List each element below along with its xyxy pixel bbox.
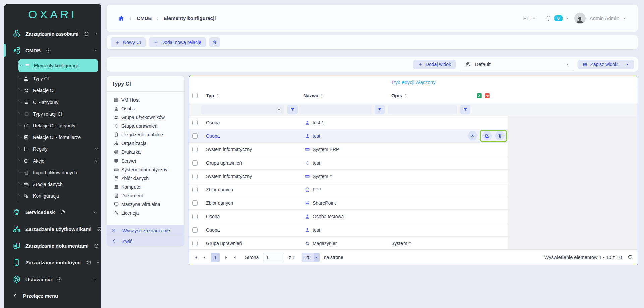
user-name[interactable]: Admin Admin [590, 15, 619, 21]
column-header-opis: Opis [391, 93, 408, 98]
sidebar-section-ustawienia[interactable]: Ustawienia [4, 271, 101, 288]
table-row[interactable]: Osobatest [189, 129, 508, 143]
ci-type-item-serwer[interactable]: Serwer [114, 157, 184, 165]
edit-button[interactable] [482, 131, 492, 141]
table-row[interactable]: Grupa uprawnieńtest [189, 156, 508, 170]
column-menu-icon[interactable] [215, 93, 220, 98]
table-row[interactable]: Osobatest [189, 223, 508, 237]
sidebar-item-relacje-ci-atrybuty[interactable]: Relacje CI - atrybuty [18, 120, 98, 131]
sidebar-item-typy-relacji-ci[interactable]: Typy relacji CI [18, 108, 98, 120]
new-ci-button[interactable]: Nowy CI [111, 37, 146, 47]
ci-type-item-dokument[interactable]: Dokument [114, 191, 184, 200]
ci-type-item-komputer[interactable]: Komputer [114, 183, 184, 191]
nazwa-filter-input[interactable] [299, 105, 372, 114]
ci-type-item-osoba[interactable]: Osoba [114, 104, 184, 113]
sidebar-item-konfiguracja[interactable]: Konfiguracja [18, 190, 98, 202]
last-page-icon[interactable] [233, 255, 237, 260]
nazwa-filter-button[interactable] [375, 105, 385, 114]
table-row[interactable]: OsobaOsoba testowa [189, 210, 508, 223]
sidebar-section-servicedesk[interactable]: Servicedesk [4, 204, 101, 221]
sidebar-section-zarzadzanie-dokumentami[interactable]: Zarządzanie dokumentami [4, 237, 101, 254]
ci-type-item-grupa-uprawnien[interactable]: Grupa uprawnień [114, 122, 184, 130]
save-view-button[interactable]: Zapisz widok [578, 60, 634, 69]
row-checkbox[interactable] [192, 120, 198, 125]
sidebar-section-cmdb[interactable]: CMDB [4, 42, 101, 59]
sidebar-item-zrodla-danych[interactable]: Źródła danych [18, 178, 98, 190]
typ-filter-button[interactable] [287, 105, 298, 114]
home-icon[interactable] [118, 15, 125, 22]
page-size-select[interactable]: 20 [302, 253, 320, 262]
ci-type-item-drukarka[interactable]: Drukarka [114, 148, 184, 157]
view-button[interactable] [467, 131, 478, 141]
list-icon [24, 63, 30, 68]
menu-toggle-button[interactable]: Przełącz menu [4, 288, 101, 308]
opis-filter-button[interactable] [460, 105, 470, 114]
row-checkbox[interactable] [192, 214, 198, 219]
breadcrumb-current-link[interactable]: Elementy konfiguracji [164, 15, 216, 21]
caret-down-icon[interactable] [566, 16, 570, 20]
row-checkbox[interactable] [192, 160, 198, 166]
sidebar-section-zarzadzanie-mobilnymi[interactable]: Zarządzanie mobilnymi [4, 254, 101, 271]
table-row[interactable]: System informatycznySystem Y [189, 170, 508, 183]
ci-type-item-urzadzenie-mobilne[interactable]: Urządzenie mobilne [114, 130, 184, 139]
sidebar-item-typy-ci[interactable]: Typy CI [18, 73, 98, 84]
next-page-icon[interactable] [224, 255, 228, 260]
row-checkbox[interactable] [192, 241, 198, 246]
ci-type-item-maszyna-wirtualna[interactable]: Maszyna wirtualna [114, 200, 184, 209]
ci-type-item-organizacja[interactable]: Organizacja [114, 139, 184, 148]
row-checkbox[interactable] [192, 187, 198, 192]
mobile-icon [13, 258, 21, 266]
delete-button[interactable] [495, 131, 505, 141]
view-select[interactable]: Default [461, 59, 573, 70]
table-row[interactable]: Zbiór danychFTP [189, 183, 508, 196]
ci-type-item-system-informatyczny[interactable]: System informatyczny [114, 165, 184, 174]
refresh-icon[interactable] [627, 254, 633, 260]
ci-type-item-zbior-danych[interactable]: Zbiór danych [114, 174, 184, 183]
clear-selection-button[interactable]: Wyczyść zaznaczenie [107, 225, 184, 236]
column-menu-icon[interactable] [403, 93, 408, 98]
language-selector[interactable]: PL [523, 15, 536, 21]
notification-badge[interactable]: 0 [554, 15, 563, 21]
add-view-button[interactable]: Dodaj widok [413, 60, 456, 69]
sidebar-item-import-plikow-danych[interactable]: Import plików danych [18, 167, 98, 178]
row-checkbox[interactable] [192, 133, 198, 139]
table-row[interactable]: Grupa uprawnieńMagazynierSystem Y [189, 237, 508, 250]
pdf-export-icon[interactable]: PDF [484, 93, 490, 99]
breadcrumb-cmdb-link[interactable]: CMDB [137, 15, 152, 21]
typ-filter-dropdown[interactable] [201, 105, 284, 114]
ci-table: Tryb edycji włączony Typ Nazwa Opis [189, 76, 638, 265]
current-page-button[interactable]: 1 [211, 253, 220, 262]
table-row[interactable]: System informatycznySystem ERP [189, 143, 508, 156]
collapse-panel-button[interactable]: Zwiń [107, 236, 184, 246]
bell-icon[interactable] [545, 15, 552, 21]
ci-type-item-vm-host[interactable]: VM Host [114, 96, 184, 104]
column-menu-icon[interactable] [319, 93, 324, 98]
ci-type-item-licencja[interactable]: Licencja [114, 209, 184, 218]
table-row[interactable]: Osobatest 1 [189, 116, 508, 129]
action-bar: Nowy CI Dodaj nową relację [107, 35, 638, 49]
sidebar-section-zarzadzanie-zasobami[interactable]: Zarządzanie zasobami [4, 25, 101, 42]
add-relation-button[interactable]: Dodaj nową relację [149, 37, 206, 47]
avatar[interactable] [574, 13, 586, 24]
sidebar-item-elementy-konfiguracji[interactable]: Elementy konfiguracji [18, 59, 98, 72]
first-page-icon[interactable] [194, 255, 198, 260]
select-all-checkbox[interactable] [192, 93, 198, 98]
sidebar-item-akcje[interactable]: Akcje [18, 155, 98, 167]
opis-filter-input[interactable] [388, 105, 457, 114]
row-checkbox[interactable] [192, 147, 198, 152]
ci-type-item-grupa-uzytkownikow[interactable]: Grupa użytkowników [114, 113, 184, 122]
sidebar-item-ci-atrybuty[interactable]: CI - atrybuty [18, 96, 98, 108]
sidebar-item-relacje-ci-formularze[interactable]: Relacje CI - formularze [18, 131, 98, 143]
sidebar-item-reguly[interactable]: Reguły [18, 143, 98, 155]
delete-selected-button[interactable] [209, 37, 220, 47]
row-checkbox[interactable] [192, 227, 198, 233]
row-checkbox[interactable] [192, 200, 198, 206]
row-checkbox[interactable] [192, 174, 198, 179]
caret-down-icon[interactable] [623, 16, 627, 20]
sidebar-section-zarzadzanie-uzytkownikami[interactable]: Zarządzanie użytkownikami [4, 221, 101, 237]
excel-export-icon[interactable] [476, 93, 482, 99]
sidebar-item-relacje-ci[interactable]: Relacje CI [18, 84, 98, 96]
previous-page-icon[interactable] [202, 255, 207, 260]
table-row[interactable]: Zbiór danychSharePoint [189, 196, 508, 210]
page-number-input[interactable] [263, 253, 284, 262]
